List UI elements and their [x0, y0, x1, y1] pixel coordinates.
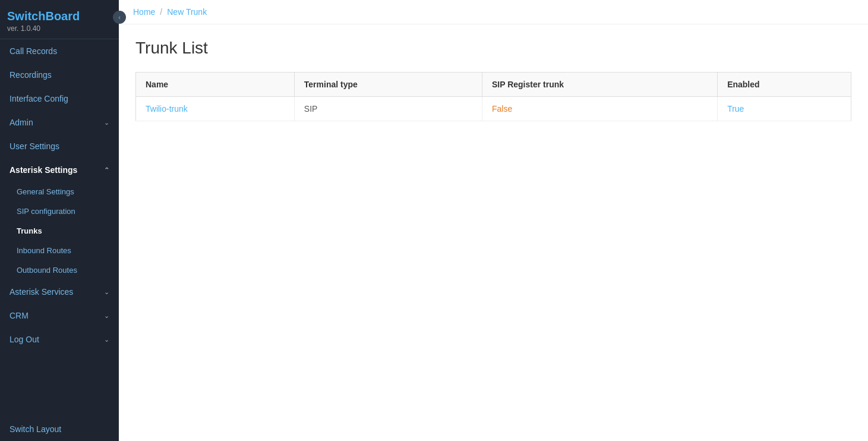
sidebar-item-label: Recordings: [10, 70, 52, 80]
sidebar-item-interface-config[interactable]: Interface Config: [0, 87, 119, 111]
sidebar-subitem-label: Trunks: [17, 226, 42, 235]
sidebar-bottom: Switch Layout: [0, 417, 119, 441]
sidebar-item-log-out[interactable]: Log Out ⌄: [0, 327, 119, 351]
sidebar-subitem-label: SIP configuration: [17, 207, 75, 216]
chevron-down-icon: ⌄: [104, 288, 109, 296]
sidebar-header: SwitchBoard ver. 1.0.40: [0, 0, 119, 39]
col-header-enabled: Enabled: [718, 73, 851, 97]
sip-register-value: False: [492, 104, 512, 114]
trunk-name-cell: Twilio-trunk: [136, 97, 295, 121]
app-version: ver. 1.0.40: [7, 24, 112, 33]
enabled-value: True: [727, 104, 744, 114]
chevron-up-icon: ⌃: [104, 166, 109, 174]
trunk-terminal-type-cell: SIP: [294, 97, 482, 121]
sidebar-item-asterisk-services[interactable]: Asterisk Services ⌄: [0, 280, 119, 304]
sidebar-item-call-records[interactable]: Call Records: [0, 39, 119, 63]
chevron-down-icon: ⌄: [104, 119, 109, 127]
sidebar-item-label: Switch Layout: [10, 424, 61, 434]
sidebar-toggle-button[interactable]: ‹: [113, 11, 126, 24]
col-header-sip-register-trunk: SIP Register trunk: [482, 73, 717, 97]
sidebar-subitem-label: Outbound Routes: [17, 266, 77, 275]
sidebar-item-switch-layout[interactable]: Switch Layout: [0, 417, 119, 441]
sidebar-item-crm[interactable]: CRM ⌄: [0, 304, 119, 327]
sidebar-subitem-label: General Settings: [17, 187, 74, 196]
sidebar-item-label: CRM: [10, 311, 29, 320]
sidebar-item-label: Log Out: [10, 335, 39, 344]
main-content: Home / New Trunk Trunk List Name Termina…: [119, 0, 868, 441]
sidebar-item-label: Asterisk Services: [10, 287, 73, 297]
sidebar-item-recordings[interactable]: Recordings: [0, 63, 119, 87]
sidebar-item-label: Admin: [10, 118, 33, 127]
col-header-name: Name: [136, 73, 295, 97]
sidebar-item-label: Asterisk Settings: [10, 165, 77, 175]
sidebar-item-asterisk-settings[interactable]: Asterisk Settings ⌃: [0, 158, 119, 182]
chevron-down-icon: ⌄: [104, 312, 109, 320]
trunk-sip-register-cell: False: [482, 97, 717, 121]
trunk-enabled-cell: True: [718, 97, 851, 121]
sidebar-subitem-label: Inbound Routes: [17, 246, 71, 255]
app-title: SwitchBoard: [7, 10, 112, 23]
breadcrumb-separator: /: [160, 7, 162, 17]
page-title: Trunk List: [135, 39, 851, 58]
chevron-down-icon: ⌄: [104, 336, 109, 344]
sidebar-subitem-outbound-routes[interactable]: Outbound Routes: [0, 260, 119, 280]
breadcrumb: Home / New Trunk: [119, 0, 868, 24]
sidebar-subitem-inbound-routes[interactable]: Inbound Routes: [0, 241, 119, 260]
breadcrumb-home-link[interactable]: Home: [133, 7, 155, 17]
sidebar-item-label: Interface Config: [10, 94, 68, 103]
sidebar-subitem-sip-configuration[interactable]: SIP configuration: [0, 201, 119, 221]
sidebar: SwitchBoard ver. 1.0.40 ‹ Call Records R…: [0, 0, 119, 441]
sidebar-item-label: Call Records: [10, 46, 57, 56]
col-header-terminal-type: Terminal type: [294, 73, 482, 97]
sidebar-item-user-settings[interactable]: User Settings: [0, 134, 119, 158]
table-row: Twilio-trunk SIP False True: [136, 97, 851, 121]
sidebar-subitem-general-settings[interactable]: General Settings: [0, 182, 119, 201]
sidebar-item-label: User Settings: [10, 141, 59, 151]
sidebar-subitem-trunks[interactable]: Trunks: [0, 221, 119, 241]
breadcrumb-new-trunk-link[interactable]: New Trunk: [167, 7, 207, 17]
sidebar-item-admin[interactable]: Admin ⌄: [0, 111, 119, 134]
trunk-name-link[interactable]: Twilio-trunk: [146, 104, 188, 114]
trunk-table: Name Terminal type SIP Register trunk En…: [135, 72, 851, 121]
table-header-row: Name Terminal type SIP Register trunk En…: [136, 73, 851, 97]
page-content: Trunk List Name Terminal type SIP Regist…: [119, 24, 868, 136]
